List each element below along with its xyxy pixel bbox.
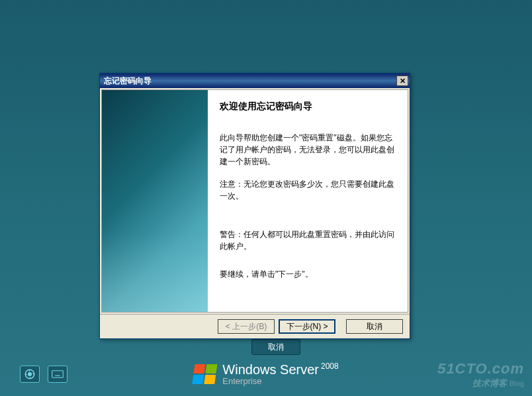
titlebar: 忘记密码向导 ✕ — [100, 74, 410, 88]
dialog-title: 忘记密码向导 — [104, 75, 396, 87]
background-cancel-button[interactable]: 取消 — [251, 339, 300, 355]
keyboard-icon — [52, 370, 64, 379]
wizard-para-continue: 要继续，请单击"下一步"。 — [220, 268, 396, 280]
back-button: < 上一步(B) — [218, 319, 275, 334]
close-button[interactable]: ✕ — [396, 75, 408, 86]
wizard-para-description: 此向导帮助您创建一个"密码重置"磁盘。如果您忘记了用户帐户的密码，无法登录，您可… — [220, 132, 396, 168]
brand-year: 2008 — [321, 362, 339, 371]
cancel-button[interactable]: 取消 — [346, 319, 403, 334]
close-icon: ✕ — [400, 77, 406, 85]
wizard-para-warning: 警告：任何人都可以用此盘重置密码，并由此访问此帐户。 — [220, 228, 396, 252]
wizard-para-note: 注意：无论您更改密码多少次，您只需要创建此盘一次。 — [220, 178, 396, 202]
ease-of-access-button[interactable] — [20, 366, 40, 383]
windows-branding: Windows Server2008 Enterprise — [193, 362, 338, 386]
wizard-footer: < 上一步(B) 下一步(N) > 取消 — [100, 314, 410, 338]
wizard-sidebar-image — [102, 90, 208, 312]
brand-windows: Windows — [222, 362, 276, 377]
windows-logo-icon — [192, 364, 217, 384]
dialog-body: 欢迎使用忘记密码向导 此向导帮助您创建一个"密码重置"磁盘。如果您忘记了用户帐户… — [101, 89, 408, 313]
brand-text: Windows Server2008 Enterprise — [222, 362, 338, 386]
watermark-subtitle: 技术博客 — [472, 378, 507, 388]
watermark-url: 51CTO.com — [437, 360, 524, 377]
wizard-heading: 欢迎使用忘记密码向导 — [220, 99, 396, 113]
brand-edition: Enterprise — [222, 377, 338, 386]
wizard-content: 欢迎使用忘记密码向导 此向导帮助您创建一个"密码重置"磁盘。如果您忘记了用户帐户… — [208, 90, 408, 312]
brand-server: Server — [280, 362, 319, 377]
ease-of-access-icon — [24, 368, 36, 380]
accessibility-buttons — [20, 366, 67, 383]
watermark: 51CTO.com 技术博客 Blog — [437, 360, 524, 389]
next-button[interactable]: 下一步(N) > — [279, 319, 335, 334]
watermark-blog: Blog — [510, 380, 524, 387]
svg-rect-2 — [52, 371, 64, 378]
on-screen-keyboard-button[interactable] — [48, 366, 67, 383]
wizard-dialog: 忘记密码向导 ✕ 欢迎使用忘记密码向导 此向导帮助您创建一个"密码重置"磁盘。如… — [99, 73, 410, 339]
svg-point-1 — [28, 373, 32, 376]
